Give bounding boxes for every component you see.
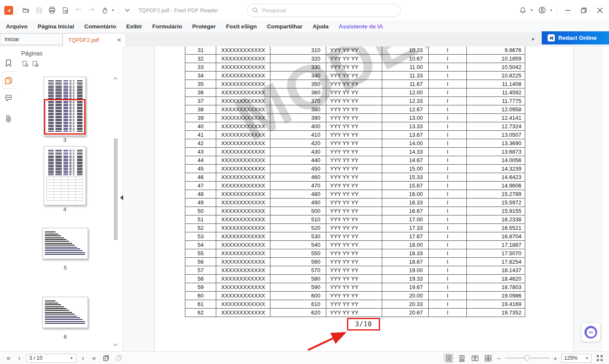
- previous-view-button[interactable]: [101, 353, 111, 363]
- table-cell: I: [429, 173, 467, 182]
- thumbnail-page-4[interactable]: [44, 146, 86, 205]
- table-cell: XXXXXXXXXXXX: [216, 139, 270, 148]
- zoom-out-button[interactable]: −: [496, 355, 502, 362]
- minimize-button[interactable]: [562, 4, 573, 16]
- thumbnail-page-5[interactable]: [42, 228, 88, 259]
- table-cell: 430: [270, 148, 326, 156]
- search-box[interactable]: [247, 4, 401, 17]
- ai-label: AI: [587, 328, 595, 337]
- table-cell: I: [429, 249, 467, 258]
- menu-proteger[interactable]: Proteger: [187, 23, 221, 30]
- table-cell: 18.67: [382, 258, 429, 266]
- table-cell: 330: [270, 63, 326, 72]
- menu-assistente-ia[interactable]: Assistente de IA: [333, 23, 388, 30]
- pages-panel: Páginas 3 4: [17, 47, 123, 351]
- bookmarks-icon[interactable]: [4, 59, 13, 67]
- thumbnail-page-3[interactable]: [44, 77, 86, 136]
- comments-icon[interactable]: [4, 94, 13, 102]
- table-cell: I: [429, 266, 467, 275]
- hand-tool-button[interactable]: [100, 6, 109, 15]
- print-button[interactable]: [47, 6, 57, 15]
- document-canvas[interactable]: MODELO 31XXXXXXXXXXXX310YYY YY YY10.33I9…: [123, 47, 603, 351]
- redo-button[interactable]: [87, 6, 96, 15]
- menu-ajuda[interactable]: Ajuda: [308, 23, 334, 30]
- menu-comentario[interactable]: Comentário: [79, 23, 121, 30]
- table-row: 60XXXXXXXXXXXX600YYY YY YY20.00I19.0986: [185, 292, 525, 300]
- next-view-button[interactable]: [113, 353, 124, 363]
- restore-button[interactable]: [578, 4, 590, 16]
- tab-document[interactable]: TQPDF2.pdf ✕: [63, 33, 126, 47]
- tab-iniciar[interactable]: Iniciar: [0, 33, 63, 45]
- table-cell: 17.67: [382, 232, 429, 241]
- fullscreen-button[interactable]: [595, 353, 605, 363]
- open-file-button[interactable]: [21, 6, 30, 15]
- scroll-up-icon[interactable]: [113, 77, 118, 82]
- table-cell: 10.67: [382, 55, 429, 63]
- collapse-toolbar-icon[interactable]: [123, 6, 132, 15]
- scroll-down-icon[interactable]: [113, 342, 118, 346]
- menu-pagina-inicial[interactable]: Página Inicial: [33, 23, 79, 30]
- zoom-level-combobox[interactable]: 125% ▼: [561, 354, 592, 363]
- redact-dropdown-icon[interactable]: ▼: [531, 37, 535, 41]
- table-cell: 350: [270, 80, 326, 88]
- continuous-view-button[interactable]: [457, 353, 467, 363]
- notifications-dropdown[interactable]: ▼: [530, 8, 533, 12]
- table-row: 40XXXXXXXXXXXX400YYY YY YY13.33I12.7324: [185, 122, 525, 131]
- menu-exibir[interactable]: Exibir: [121, 23, 147, 30]
- table-row: 39XXXXXXXXXXXX390YYY YY YY13.00I12.4141: [185, 114, 525, 122]
- table-cell: YYY YY YY: [326, 105, 382, 114]
- table-cell: 520: [270, 224, 326, 232]
- table-cell: 18.33: [382, 249, 429, 258]
- menu-compartilhar[interactable]: Compartilhar: [262, 23, 308, 30]
- previous-page-button[interactable]: ‹: [15, 352, 24, 364]
- table-cell: 15.5972: [467, 199, 525, 207]
- table-cell: 15.67: [382, 182, 429, 190]
- attachments-icon[interactable]: [4, 114, 13, 123]
- first-page-button[interactable]: «: [4, 352, 13, 364]
- table-cell: XXXXXXXXXXXX: [216, 190, 270, 199]
- undo-button[interactable]: [74, 6, 83, 15]
- zoom-slider[interactable]: [505, 353, 549, 363]
- table-cell: XXXXXXXXXXXX: [216, 173, 270, 182]
- account-dropdown[interactable]: ▼: [549, 8, 553, 12]
- table-cell: YYY YY YY: [326, 258, 382, 266]
- page-number-combobox[interactable]: 3 / 10 ▼: [26, 354, 76, 363]
- thumbnails-scrollbar[interactable]: [113, 74, 118, 350]
- close-button[interactable]: [594, 4, 606, 16]
- last-page-button[interactable]: »: [90, 352, 98, 364]
- table-cell: 16.8704: [467, 232, 525, 241]
- enlarge-thumbnails-icon[interactable]: [32, 61, 39, 67]
- thumbnail-content: [43, 297, 88, 324]
- table-cell: 42: [185, 139, 216, 148]
- zoom-slider-handle[interactable]: [524, 355, 530, 361]
- facing-continuous-view-button[interactable]: [483, 353, 493, 363]
- account-icon[interactable]: [537, 6, 547, 15]
- table-cell: I: [429, 165, 467, 173]
- menu-formulario[interactable]: Formulário: [147, 23, 187, 30]
- shrink-thumbnails-icon[interactable]: [22, 61, 29, 67]
- table-cell: 13.00: [382, 114, 429, 122]
- facing-view-button[interactable]: [470, 353, 480, 363]
- red-arrow-annotation: [305, 324, 352, 351]
- page-organize-button[interactable]: [61, 6, 70, 15]
- redact-online-button[interactable]: Redact Online: [542, 31, 609, 44]
- table-cell: YYY YY YY: [326, 283, 382, 292]
- table-row: 38XXXXXXXXXXXX380YYY YY YY12.67I12.0958: [185, 105, 525, 114]
- scrollbar-thumb[interactable]: [114, 138, 118, 240]
- pages-panel-icon[interactable]: [4, 76, 13, 85]
- menu-arquivo[interactable]: Arquivo: [1, 23, 33, 30]
- table-cell: 57: [185, 266, 216, 275]
- tab-close-icon[interactable]: ✕: [117, 37, 121, 43]
- hand-tool-dropdown[interactable]: ▼: [111, 8, 115, 12]
- tab-document-label: TQPDF2.pdf: [68, 37, 99, 43]
- ai-assistant-button[interactable]: AI: [581, 323, 600, 342]
- next-page-button[interactable]: ›: [79, 352, 87, 364]
- save-button[interactable]: [34, 6, 44, 15]
- zoom-in-button[interactable]: +: [552, 355, 558, 362]
- notifications-bell-icon[interactable]: [518, 6, 527, 15]
- menu-foxit-esign[interactable]: Foxit eSign: [221, 23, 262, 30]
- table-cell: 560: [270, 258, 326, 266]
- thumbnail-page-6[interactable]: [42, 297, 88, 328]
- search-input[interactable]: [262, 7, 396, 14]
- single-page-view-button[interactable]: [444, 353, 454, 363]
